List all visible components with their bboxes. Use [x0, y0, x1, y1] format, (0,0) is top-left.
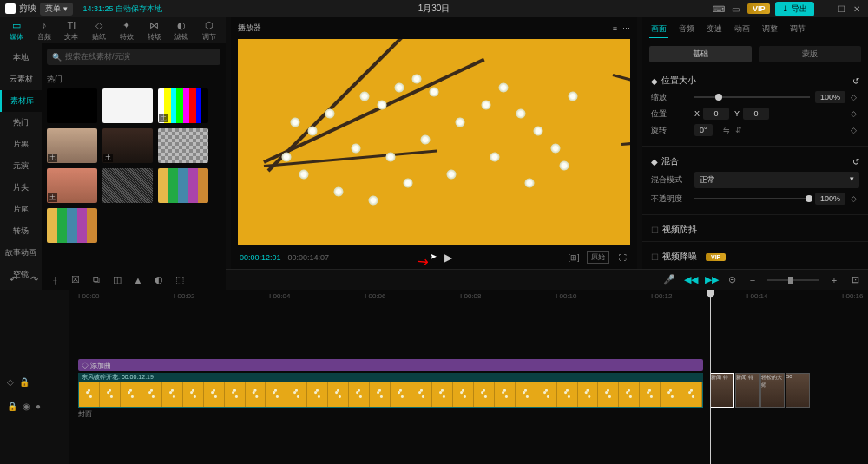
magnet-icon[interactable]: ⊝: [726, 274, 738, 285]
video-clip[interactable]: [78, 382, 703, 408]
category-片头[interactable]: 片头: [0, 177, 42, 199]
tab-文本[interactable]: TI文本: [59, 17, 85, 43]
minimize-button[interactable]: —: [819, 4, 832, 14]
category-转场[interactable]: 转场: [0, 220, 42, 242]
fx-clip[interactable]: ◇ 添加曲: [78, 359, 703, 371]
track-header-video[interactable]: 🔒◉●: [0, 390, 69, 422]
timeline-ruler[interactable]: I 00:00I 00:02I 00:04I 00:06I 00:08I 00:…: [69, 290, 868, 305]
thumb-black[interactable]: [47, 88, 97, 123]
layout-icon[interactable]: ▭: [730, 3, 742, 15]
preview-expand-icon[interactable]: ⋯: [622, 24, 630, 33]
playhead[interactable]: [710, 290, 711, 464]
keyframe-icon[interactable]: ◇: [851, 109, 859, 118]
tab-滤镜[interactable]: ◐滤镜: [169, 17, 195, 43]
thumb-white[interactable]: [102, 88, 153, 123]
crop-icon[interactable]: ⬚: [174, 274, 186, 285]
prop-tab-音频[interactable]: 音频: [677, 21, 696, 38]
mic-icon[interactable]: 🎤: [663, 274, 675, 285]
fullscreen-icon[interactable]: ⛶: [616, 253, 628, 262]
pos-x-input[interactable]: 0: [703, 108, 729, 120]
category-故事动画[interactable]: 故事动画: [0, 242, 42, 264]
tab-调节[interactable]: ⬡调节: [196, 17, 222, 43]
opacity-value[interactable]: 100%: [815, 193, 845, 205]
thumb-woman[interactable]: 土: [47, 168, 97, 203]
subtab-蒙版[interactable]: 蒙版: [759, 46, 861, 62]
rot-input[interactable]: 0°: [694, 124, 713, 136]
end-clip[interactable]: 50: [786, 373, 810, 408]
flip-v-icon[interactable]: ⇵: [735, 126, 742, 134]
thumb-man[interactable]: 土: [47, 128, 97, 163]
tool2-icon[interactable]: ◫: [111, 274, 123, 285]
vip-badge[interactable]: VIP: [747, 3, 771, 14]
tab-贴纸[interactable]: ◇贴纸: [86, 17, 112, 43]
zoom-slider[interactable]: [767, 279, 819, 281]
cover-label[interactable]: 封面: [78, 409, 92, 419]
tab-音频[interactable]: ♪音频: [31, 17, 57, 43]
blend-mode-select[interactable]: 正常▾: [694, 172, 859, 188]
zoom-in-icon[interactable]: +: [828, 275, 840, 285]
delete-icon[interactable]: ☒: [69, 274, 82, 285]
keyframe-icon[interactable]: ◇: [851, 93, 859, 101]
redo-icon[interactable]: ↷: [28, 274, 40, 285]
end-clips: 新闻 特新闻 特轻松的大师50: [710, 373, 810, 408]
end-clip[interactable]: 新闻 特: [735, 373, 760, 408]
checkbox-icon[interactable]: ☐: [651, 252, 659, 262]
tab-转场[interactable]: ⋈转场: [141, 17, 168, 43]
prop-tab-动画[interactable]: 动画: [733, 21, 752, 38]
checkbox-icon[interactable]: ☐: [651, 225, 659, 235]
opacity-slider[interactable]: [694, 198, 810, 199]
thumb-laugh[interactable]: 土: [102, 128, 153, 163]
category-热门[interactable]: 热门: [0, 112, 42, 134]
preview-viewport[interactable]: [238, 39, 630, 245]
close-button[interactable]: ✕: [851, 4, 863, 14]
prop-tab-调整[interactable]: 调整: [760, 21, 779, 38]
pos-y-input[interactable]: 0: [743, 108, 769, 120]
keyframe-icon[interactable]: ◇: [851, 126, 859, 134]
category-本地[interactable]: 本地: [0, 47, 42, 69]
tab-媒体[interactable]: ▭媒体: [3, 17, 30, 43]
reset-icon[interactable]: ↺: [852, 76, 859, 86]
track-header-fx[interactable]: ◇🔒: [0, 375, 69, 389]
snap-start-icon[interactable]: ◀◀: [684, 274, 696, 285]
maximize-button[interactable]: ☐: [835, 4, 847, 14]
prop-tab-调节[interactable]: 调节: [788, 21, 807, 38]
keyframe-icon[interactable]: ◇: [851, 194, 859, 203]
end-clip[interactable]: 新闻 特: [710, 373, 734, 408]
category-云素材[interactable]: 云素材: [0, 69, 42, 90]
category-元演[interactable]: 元演: [0, 155, 42, 177]
thumb-clips2[interactable]: [47, 208, 97, 243]
scale-slider[interactable]: [694, 96, 810, 98]
prop-tab-画面[interactable]: 画面: [649, 21, 668, 38]
shortcut-icon[interactable]: ⌨: [713, 3, 725, 15]
category-素材库[interactable]: 素材库: [0, 90, 42, 112]
subtab-基础[interactable]: 基础: [649, 46, 752, 62]
export-button[interactable]: ⤓ 导出: [775, 2, 814, 16]
preview-menu-icon[interactable]: ≡: [613, 24, 617, 33]
tab-特效[interactable]: ✦特效: [114, 17, 140, 43]
category-片尾[interactable]: 片尾: [0, 199, 42, 220]
thumb-color-bars[interactable]: 土: [158, 88, 208, 123]
search-input[interactable]: 🔍 搜索在线素材/元演: [47, 49, 220, 65]
ratio-label[interactable]: 原始: [587, 251, 609, 264]
zoom-out-icon[interactable]: −: [746, 275, 759, 285]
tool3-icon[interactable]: ▲: [132, 275, 144, 285]
snap-end-icon[interactable]: ▶▶: [705, 274, 717, 285]
end-clip[interactable]: 轻松的大师: [760, 373, 785, 408]
prop-tab-变速[interactable]: 变速: [705, 21, 724, 38]
thumb-clips[interactable]: [158, 168, 208, 203]
reset-icon[interactable]: ↺: [852, 157, 859, 167]
category-片黑[interactable]: 片黑: [0, 134, 42, 155]
undo-icon[interactable]: ↶: [7, 274, 19, 285]
thumb-transparent[interactable]: [158, 128, 208, 163]
tool4-icon[interactable]: ◐: [153, 274, 165, 285]
flip-h-icon[interactable]: ⇋: [723, 126, 730, 134]
thumb-static[interactable]: [102, 168, 153, 203]
ratio-icon[interactable]: [⊞]: [568, 253, 580, 262]
scale-value[interactable]: 100%: [815, 91, 845, 103]
app-brand: 剪映 菜单 ▾ 14:31:25 自动保存本地: [5, 3, 162, 16]
split-icon[interactable]: ⟊: [49, 275, 61, 285]
play-button[interactable]: ▶: [444, 252, 452, 264]
tool1-icon[interactable]: ⧉: [90, 274, 102, 285]
fit-icon[interactable]: ⊡: [849, 274, 861, 285]
menu-dropdown[interactable]: 菜单 ▾: [40, 3, 73, 16]
